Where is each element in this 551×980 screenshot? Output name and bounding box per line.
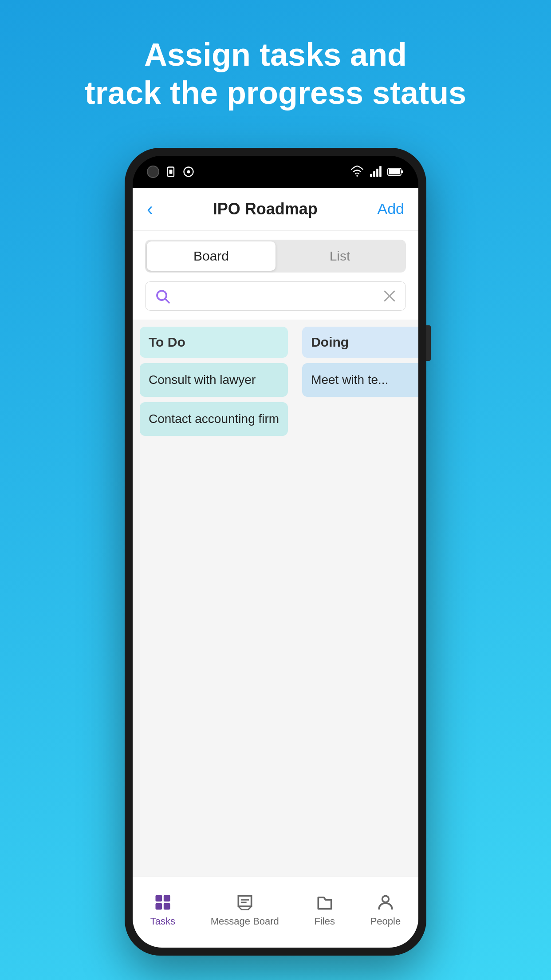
svg-rect-18 <box>155 903 162 910</box>
board-tab[interactable]: Board <box>147 241 276 271</box>
status-bar <box>133 156 418 188</box>
kanban-board: To Do Consult with lawyer Contact accoun… <box>133 320 418 877</box>
status-left <box>147 166 195 178</box>
location-icon <box>182 166 195 178</box>
svg-point-4 <box>356 175 358 177</box>
view-toggle: Board List <box>133 231 418 281</box>
task-card-consult[interactable]: Consult with lawyer <box>140 363 288 397</box>
svg-rect-5 <box>370 174 372 177</box>
headline: Assign tasks and track the progress stat… <box>58 36 493 112</box>
status-icons <box>350 166 404 178</box>
column-todo: To Do Consult with lawyer Contact accoun… <box>133 320 295 877</box>
back-button[interactable]: ‹ <box>147 198 153 220</box>
svg-rect-7 <box>376 169 378 177</box>
files-icon <box>315 893 335 912</box>
search-input-wrapper[interactable] <box>145 281 406 311</box>
search-input[interactable] <box>177 289 382 303</box>
column-doing: Doing Meet with te... <box>295 320 418 877</box>
side-button <box>426 325 431 361</box>
list-tab[interactable]: List <box>276 241 404 271</box>
add-button[interactable]: Add <box>377 200 404 217</box>
bottom-nav: Tasks Message Board Files <box>133 877 418 948</box>
tasks-label: Tasks <box>150 916 175 927</box>
svg-point-3 <box>187 170 190 173</box>
svg-point-22 <box>382 896 389 903</box>
tasks-icon <box>153 893 173 912</box>
svg-rect-6 <box>373 171 375 177</box>
headline-line2: track the progress status <box>85 75 466 111</box>
message-board-label: Message Board <box>211 916 279 927</box>
task-card-meet[interactable]: Meet with te... <box>302 363 418 397</box>
headline-line1: Assign tasks and <box>144 37 407 72</box>
search-icon <box>154 288 170 304</box>
wifi-icon <box>350 166 364 178</box>
phone-screen: ‹ IPO Roadmap Add Board List <box>133 156 418 948</box>
svg-line-13 <box>165 299 169 303</box>
files-label: Files <box>315 916 335 927</box>
svg-rect-17 <box>164 895 170 902</box>
app-header: ‹ IPO Roadmap Add <box>133 188 418 231</box>
people-label: People <box>370 916 401 927</box>
column-todo-header: To Do <box>140 327 288 358</box>
svg-rect-1 <box>169 170 173 174</box>
phone-frame: ‹ IPO Roadmap Add Board List <box>125 148 426 956</box>
nav-message-board[interactable]: Message Board <box>211 893 279 927</box>
battery-icon <box>387 166 404 177</box>
svg-rect-11 <box>401 170 403 173</box>
nav-files[interactable]: Files <box>315 893 335 927</box>
svg-rect-8 <box>379 166 382 177</box>
app-screen: ‹ IPO Roadmap Add Board List <box>133 188 418 877</box>
svg-rect-16 <box>155 895 162 902</box>
camera-icon <box>147 166 159 178</box>
toggle-container: Board List <box>145 240 406 273</box>
signal-icon <box>369 166 383 178</box>
people-icon <box>376 893 395 912</box>
nav-tasks[interactable]: Tasks <box>150 893 175 927</box>
page-title: IPO Roadmap <box>213 200 318 218</box>
svg-rect-19 <box>164 903 170 910</box>
nav-people[interactable]: People <box>370 893 401 927</box>
column-doing-header: Doing <box>302 327 418 358</box>
search-bar <box>133 281 418 320</box>
clear-icon[interactable] <box>382 289 397 303</box>
svg-rect-10 <box>389 169 400 174</box>
sim-icon <box>165 166 177 178</box>
message-board-icon <box>235 893 255 912</box>
task-card-accounting[interactable]: Contact accounting firm <box>140 402 288 436</box>
